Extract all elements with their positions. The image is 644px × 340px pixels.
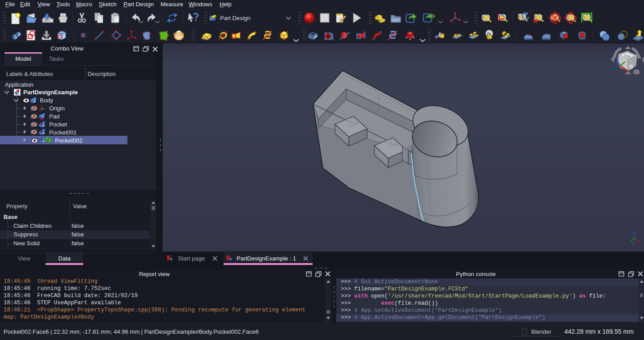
- svg-text:X: X: [630, 70, 632, 75]
- svg-text:y: y: [633, 241, 635, 245]
- svg-text:Z: Z: [615, 55, 618, 60]
- svg-text:x: x: [640, 243, 642, 245]
- svg-text:z: z: [632, 231, 634, 234]
